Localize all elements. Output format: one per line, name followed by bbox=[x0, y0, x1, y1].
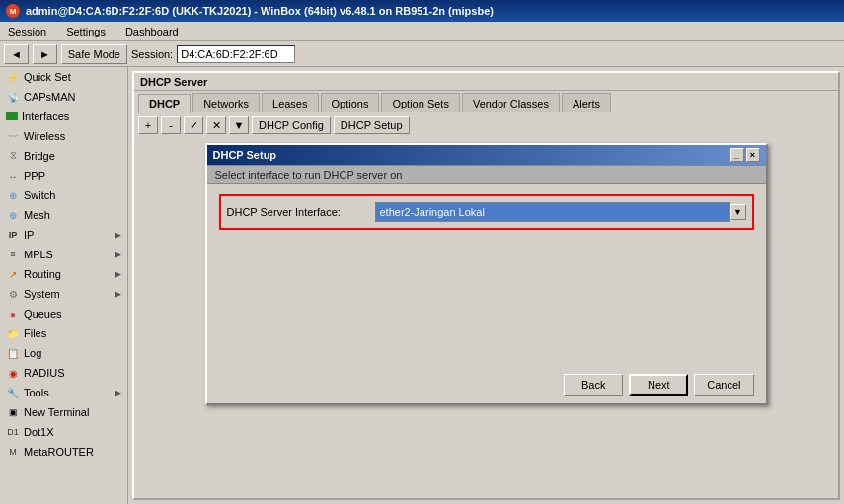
x-btn[interactable]: ✕ bbox=[206, 116, 226, 134]
safe-mode-btn[interactable]: Safe Mode bbox=[61, 44, 127, 64]
next-btn[interactable]: Next bbox=[629, 374, 688, 396]
tools-icon: 🔧 bbox=[6, 386, 20, 399]
sidebar-item-mpls[interactable]: ≡ MPLS ▶ bbox=[0, 245, 127, 264]
log-icon: 📋 bbox=[6, 346, 20, 360]
close-btn[interactable]: × bbox=[746, 148, 760, 162]
sidebar-label-quick-set: Quick Set bbox=[24, 71, 71, 83]
mpls-arrow: ▶ bbox=[115, 250, 121, 259]
back-btn[interactable]: ◄ bbox=[4, 44, 29, 64]
sidebar-item-ip[interactable]: IP IP ▶ bbox=[0, 225, 127, 245]
sidebar-item-log[interactable]: 📋 Log bbox=[0, 343, 127, 363]
minimize-btn[interactable]: _ bbox=[730, 148, 744, 162]
dhcp-config-btn[interactable]: DHCP Config bbox=[252, 116, 331, 134]
cancel-btn[interactable]: Cancel bbox=[694, 374, 753, 396]
tab-option-sets[interactable]: Option Sets bbox=[381, 93, 459, 112]
check-btn[interactable]: ✓ bbox=[184, 116, 203, 134]
sidebar-item-quick-set[interactable]: ⚡ Quick Set bbox=[0, 67, 127, 87]
sidebar-item-ppp[interactable]: ↔ PPP bbox=[0, 166, 127, 185]
interface-field-row: DHCP Server Interface: ether2-Jaringan L… bbox=[219, 194, 754, 230]
sidebar-label-new-terminal: New Terminal bbox=[24, 406, 89, 418]
terminal-icon: ▣ bbox=[6, 405, 20, 419]
sidebar-item-routing[interactable]: ↗ Routing ▶ bbox=[0, 264, 127, 284]
mesh-icon: ⊕ bbox=[6, 208, 20, 222]
filter-btn[interactable]: ▼ bbox=[229, 116, 249, 134]
routing-arrow: ▶ bbox=[115, 269, 121, 279]
sidebar-item-dot1x[interactable]: D1 Dot1X bbox=[0, 422, 127, 442]
ip-arrow: ▶ bbox=[115, 230, 121, 240]
remove-btn[interactable]: - bbox=[161, 116, 181, 134]
files-icon: 📁 bbox=[6, 326, 20, 340]
tab-options[interactable]: Options bbox=[321, 93, 380, 112]
sidebar-item-interfaces[interactable]: Interfaces bbox=[0, 107, 127, 126]
mpls-icon: ≡ bbox=[6, 248, 20, 261]
sidebar-item-switch[interactable]: ⊕ Switch bbox=[0, 185, 127, 205]
menu-session[interactable]: Session bbox=[4, 25, 50, 38]
sidebar-label-switch: Switch bbox=[24, 189, 55, 201]
title-text: admin@D4:CA:6D:F2:2F:6D (UKK-TKJ2021) - … bbox=[26, 5, 838, 17]
menu-bar: Session Settings Dashboard bbox=[0, 22, 844, 41]
sidebar-label-files: Files bbox=[24, 327, 46, 339]
session-input[interactable] bbox=[177, 45, 295, 63]
system-arrow: ▶ bbox=[115, 289, 121, 299]
dhcp-panel-title: DHCP Server bbox=[134, 73, 838, 91]
modal-spacer bbox=[207, 248, 766, 366]
sidebar-item-capsman[interactable]: 📡 CAPsMAN bbox=[0, 87, 127, 107]
tab-leases[interactable]: Leases bbox=[262, 93, 318, 112]
sidebar-label-system: System bbox=[24, 288, 60, 300]
sidebar-item-queues[interactable]: ● Queues bbox=[0, 304, 127, 324]
modal-title-bar: DHCP Setup _ × bbox=[207, 145, 766, 165]
interfaces-icon bbox=[6, 112, 18, 120]
sidebar-label-ip: IP bbox=[24, 229, 34, 241]
sidebar-item-tools[interactable]: 🔧 Tools ▶ bbox=[0, 383, 127, 402]
tab-alerts[interactable]: Alerts bbox=[562, 93, 611, 112]
interface-select-arrow[interactable]: ▼ bbox=[730, 204, 746, 220]
interface-select[interactable]: ether2-Jaringan Lokal bbox=[375, 202, 730, 222]
switch-icon: ⊕ bbox=[6, 188, 20, 202]
sidebar-item-bridge[interactable]: ⧖ Bridge bbox=[0, 146, 127, 166]
content-area: DHCP Server DHCP Networks Leases Options… bbox=[128, 67, 844, 504]
dhcp-setup-btn[interactable]: DHCP Setup bbox=[334, 116, 410, 134]
capsman-icon: 📡 bbox=[6, 90, 20, 104]
forward-btn[interactable]: ► bbox=[33, 44, 57, 64]
app-icon: M bbox=[6, 4, 20, 18]
modal-body: DHCP Server Interface: ether2-Jaringan L… bbox=[207, 184, 766, 248]
interface-field-label: DHCP Server Interface: bbox=[227, 206, 375, 218]
tab-vendor-classes[interactable]: Vendor Classes bbox=[462, 93, 560, 112]
modal-title: DHCP Setup bbox=[213, 149, 277, 161]
sidebar-item-system[interactable]: ⚙ System ▶ bbox=[0, 284, 127, 304]
tools-arrow: ▶ bbox=[115, 388, 121, 397]
sidebar-item-wireless[interactable]: 〰 Wireless bbox=[0, 126, 127, 146]
sidebar-item-metarouter[interactable]: M MetaROUTER bbox=[0, 442, 127, 462]
menu-dashboard[interactable]: Dashboard bbox=[121, 25, 183, 38]
back-btn[interactable]: Back bbox=[564, 374, 623, 396]
tab-dhcp[interactable]: DHCP bbox=[138, 94, 191, 113]
sidebar-label-metarouter: MetaROUTER bbox=[24, 446, 94, 458]
sidebar-label-radius: RADIUS bbox=[24, 367, 65, 379]
sidebar-label-capsman: CAPsMAN bbox=[24, 91, 76, 103]
sidebar: ⚡ Quick Set 📡 CAPsMAN Interfaces 〰 Wirel… bbox=[0, 67, 128, 504]
sidebar-label-log: Log bbox=[24, 347, 41, 359]
sidebar-label-bridge: Bridge bbox=[24, 150, 55, 162]
sidebar-item-radius[interactable]: ◉ RADIUS bbox=[0, 363, 127, 383]
sidebar-item-new-terminal[interactable]: ▣ New Terminal bbox=[0, 402, 127, 422]
panel-toolbar: + - ✓ ✕ ▼ DHCP Config DHCP Setup bbox=[134, 112, 838, 138]
sidebar-item-files[interactable]: 📁 Files bbox=[0, 324, 127, 343]
interface-select-value: ether2-Jaringan Lokal bbox=[380, 206, 485, 218]
queues-icon: ● bbox=[6, 307, 20, 321]
session-label: Session: bbox=[131, 48, 173, 60]
tab-networks[interactable]: Networks bbox=[192, 93, 260, 112]
ip-icon: IP bbox=[6, 228, 20, 242]
menu-settings[interactable]: Settings bbox=[62, 25, 110, 38]
wireless-icon: 〰 bbox=[6, 129, 20, 143]
toolbar: ◄ ► Safe Mode Session: bbox=[0, 41, 844, 67]
sidebar-label-mpls: MPLS bbox=[24, 249, 53, 260]
add-btn[interactable]: + bbox=[138, 116, 158, 134]
bridge-icon: ⧖ bbox=[6, 149, 20, 163]
sidebar-label-queues: Queues bbox=[24, 308, 62, 320]
dhcp-setup-modal: DHCP Setup _ × Select interface to run D… bbox=[205, 143, 768, 405]
ppp-icon: ↔ bbox=[6, 169, 20, 182]
sidebar-item-mesh[interactable]: ⊕ Mesh bbox=[0, 205, 127, 225]
main-layout: ⚡ Quick Set 📡 CAPsMAN Interfaces 〰 Wirel… bbox=[0, 67, 844, 504]
modal-footer: Back Next Cancel bbox=[207, 366, 766, 403]
radius-icon: ◉ bbox=[6, 366, 20, 380]
